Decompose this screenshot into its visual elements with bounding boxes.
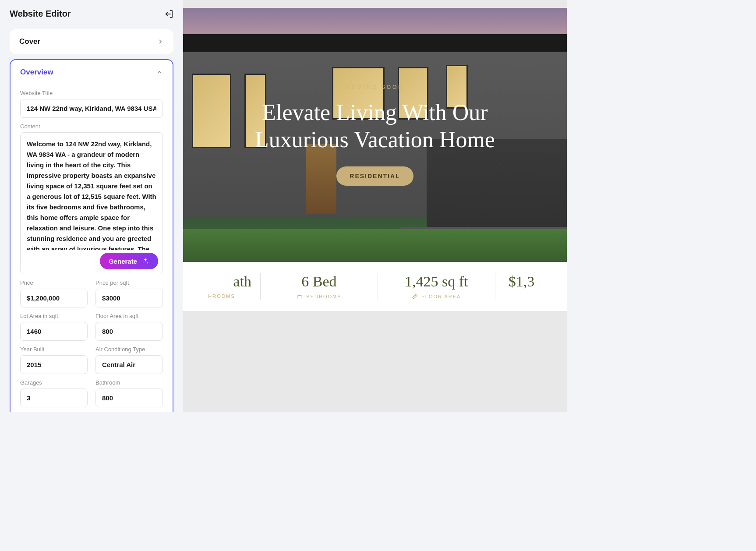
generate-button[interactable]: Generate (100, 253, 158, 269)
year-built-label: Year Built (20, 346, 88, 353)
stat-price-label (509, 293, 558, 299)
hero-section: COMING SOON Elevate Living With Our Luxu… (183, 8, 567, 262)
stat-area-value: 1,425 sq ft (387, 273, 486, 290)
ac-type-label: Air Conditiong Type (95, 346, 163, 353)
stat-bed-value: 6 Bed (269, 273, 369, 290)
content-textarea[interactable]: Welcome to 124 NW 22nd way, Kirkland, WA… (21, 133, 163, 250)
floor-area-label: Floor Area in sqft (95, 313, 163, 319)
ac-type-input[interactable] (95, 355, 163, 374)
panel-cover[interactable]: Cover (10, 29, 173, 54)
coming-soon-label: COMING SOON (346, 84, 404, 90)
stat-bath: ath HROOMS (183, 273, 261, 300)
editor-sidebar: Website Editor Cover Overview Website Ti… (0, 0, 183, 412)
stat-area: 1,425 sq ft FLOOR AREA (378, 273, 495, 300)
stat-area-label: FLOOR AREA (421, 294, 461, 299)
garages-label: Garages (20, 379, 88, 386)
website-title-input[interactable] (20, 99, 163, 118)
price-per-sqft-input[interactable] (95, 289, 163, 307)
exit-icon[interactable] (164, 9, 173, 19)
residential-badge: RESIDENTIAL (336, 166, 413, 186)
ruler-icon (412, 293, 418, 300)
stat-bed-label: BEDROOMS (306, 294, 341, 299)
generate-label: Generate (109, 258, 137, 265)
bathroom-input[interactable] (95, 389, 163, 407)
stats-bar: ath HROOMS 6 Bed BEDROOMS 1,425 sq ft FL… (183, 262, 567, 311)
garages-input[interactable] (20, 389, 88, 407)
floor-area-input[interactable] (95, 322, 163, 341)
stat-bed: 6 Bed BEDROOMS (261, 273, 378, 300)
content-label: Content (20, 123, 163, 130)
panel-overview: Overview Website Title Content Welcome t… (10, 59, 173, 412)
chevron-up-icon (156, 69, 163, 76)
lot-area-label: Lot Area in sqft (20, 313, 88, 319)
website-preview: COMING SOON Elevate Living With Our Luxu… (183, 0, 567, 412)
year-built-input[interactable] (20, 355, 88, 374)
panel-overview-title: Overview (20, 68, 53, 77)
price-label: Price (20, 279, 88, 286)
sparkle-icon (141, 257, 149, 265)
preview-top-bar (183, 0, 567, 8)
chevron-right-icon (157, 38, 164, 45)
stat-price: $1,3 (495, 273, 567, 300)
bathroom-label: Bathroom (95, 379, 163, 386)
stat-bath-value: ath (192, 273, 251, 290)
hero-title: Elevate Living With Our Luxurious Vacati… (255, 99, 495, 154)
panel-overview-header[interactable]: Overview (11, 60, 173, 85)
price-input[interactable] (20, 289, 88, 307)
price-per-sqft-label: Price per sqft (95, 279, 163, 286)
sidebar-title: Website Editor (10, 9, 71, 19)
bed-icon (297, 293, 303, 300)
stat-price-value: $1,3 (509, 273, 558, 290)
hero-title-line-2: Luxurious Vacation Home (255, 126, 495, 153)
website-title-label: Website Title (20, 90, 163, 96)
panel-cover-title: Cover (19, 37, 40, 46)
lot-area-input[interactable] (20, 322, 88, 341)
stat-bath-label: HROOMS (192, 293, 251, 299)
hero-title-line-1: Elevate Living With Our (255, 99, 495, 126)
